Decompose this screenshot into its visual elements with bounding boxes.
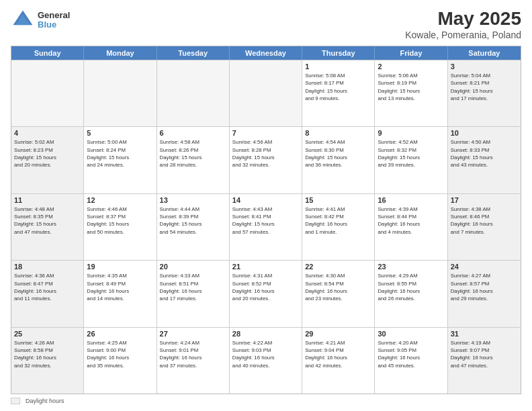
calendar-row-4: 18Sunrise: 4:36 AM Sunset: 8:47 PM Dayli… [11,260,521,326]
header-day-wednesday: Wednesday [230,46,302,60]
page: General Blue May 2025 Kowale, Pomerania,… [0,0,532,411]
header-day-saturday: Saturday [448,46,521,60]
day-number: 31 [451,330,518,338]
day-number: 24 [451,263,518,271]
day-number: 5 [87,129,153,137]
day-number: 26 [87,330,153,338]
day-cell-31: 31Sunrise: 4:19 AM Sunset: 9:07 PM Dayli… [448,328,521,394]
day-cell-11: 11Sunrise: 4:48 AM Sunset: 8:35 PM Dayli… [11,194,84,260]
header-day-monday: Monday [84,46,157,60]
legend-label: Daylight hours [26,398,64,404]
day-cell-21: 21Sunrise: 4:31 AM Sunset: 8:52 PM Dayli… [230,261,302,326]
day-cell-22: 22Sunrise: 4:30 AM Sunset: 8:54 PM Dayli… [302,261,375,326]
day-cell-6: 6Sunrise: 4:58 AM Sunset: 8:26 PM Daylig… [157,127,230,193]
main-title: May 2025 [405,8,521,30]
day-info: Sunrise: 4:20 AM Sunset: 9:05 PM Dayligh… [378,339,444,369]
day-info: Sunrise: 4:39 AM Sunset: 8:44 PM Dayligh… [378,205,444,236]
day-info: Sunrise: 4:52 AM Sunset: 8:32 PM Dayligh… [378,138,444,169]
day-number: 17 [451,196,518,204]
day-info: Sunrise: 4:22 AM Sunset: 9:03 PM Dayligh… [232,339,299,369]
day-info: Sunrise: 4:38 AM Sunset: 8:46 PM Dayligh… [451,205,518,236]
day-cell-9: 9Sunrise: 4:52 AM Sunset: 8:32 PM Daylig… [375,127,447,193]
day-info: Sunrise: 4:25 AM Sunset: 9:00 PM Dayligh… [87,339,153,369]
legend: Daylight hours [11,398,521,404]
day-number: 9 [378,129,444,137]
day-number: 20 [160,263,226,271]
day-cell-25: 25Sunrise: 4:26 AM Sunset: 8:58 PM Dayli… [11,328,84,394]
day-info: Sunrise: 4:41 AM Sunset: 8:42 PM Dayligh… [305,205,371,236]
day-number: 11 [14,196,81,204]
day-cell-28: 28Sunrise: 4:22 AM Sunset: 9:03 PM Dayli… [230,328,302,394]
calendar-header: SundayMondayTuesdayWednesdayThursdayFrid… [11,46,521,60]
header-day-tuesday: Tuesday [157,46,230,60]
day-number: 12 [87,196,153,204]
day-cell-7: 7Sunrise: 4:56 AM Sunset: 8:28 PM Daylig… [230,127,302,193]
calendar-row-3: 11Sunrise: 4:48 AM Sunset: 8:35 PM Dayli… [11,193,521,260]
header-day-sunday: Sunday [11,46,84,60]
day-number: 1 [305,62,371,71]
day-info: Sunrise: 4:21 AM Sunset: 9:04 PM Dayligh… [305,339,371,369]
day-info: Sunrise: 4:56 AM Sunset: 8:28 PM Dayligh… [232,138,299,169]
day-cell-1: 1Sunrise: 5:08 AM Sunset: 8:17 PM Daylig… [302,60,375,126]
day-number: 29 [305,330,371,338]
day-info: Sunrise: 4:35 AM Sunset: 8:49 PM Dayligh… [87,272,153,302]
day-number: 23 [378,263,444,271]
day-info: Sunrise: 4:48 AM Sunset: 8:35 PM Dayligh… [14,205,81,236]
logo-line2: Blue [38,20,70,30]
day-cell-8: 8Sunrise: 4:54 AM Sunset: 8:30 PM Daylig… [302,127,375,193]
day-cell-26: 26Sunrise: 4:25 AM Sunset: 9:00 PM Dayli… [84,328,157,394]
day-number: 30 [378,330,444,338]
day-cell-2: 2Sunrise: 5:06 AM Sunset: 8:19 PM Daylig… [375,60,447,126]
logo-line1: General [38,11,70,20]
day-cell-20: 20Sunrise: 4:33 AM Sunset: 8:51 PM Dayli… [157,261,230,326]
day-info: Sunrise: 5:02 AM Sunset: 8:23 PM Dayligh… [14,138,81,169]
day-cell-29: 29Sunrise: 4:21 AM Sunset: 9:04 PM Dayli… [302,328,375,394]
day-number: 25 [14,330,81,338]
day-number: 2 [378,62,444,71]
day-info: Sunrise: 4:27 AM Sunset: 8:57 PM Dayligh… [451,272,518,302]
day-info: Sunrise: 4:54 AM Sunset: 8:30 PM Dayligh… [305,138,371,169]
logo-text: General Blue [38,11,70,30]
day-number: 15 [305,196,371,204]
day-cell-15: 15Sunrise: 4:41 AM Sunset: 8:42 PM Dayli… [302,194,375,260]
legend-box [11,398,20,404]
day-cell-14: 14Sunrise: 4:43 AM Sunset: 8:41 PM Dayli… [230,194,302,260]
day-info: Sunrise: 4:24 AM Sunset: 9:01 PM Dayligh… [160,339,226,369]
empty-cell [84,60,157,126]
logo-icon [11,8,35,32]
day-number: 21 [232,263,299,271]
day-cell-3: 3Sunrise: 5:04 AM Sunset: 8:21 PM Daylig… [448,60,521,126]
day-number: 8 [305,129,371,137]
day-number: 13 [160,196,226,204]
day-number: 3 [451,62,518,71]
calendar-body: 1Sunrise: 5:08 AM Sunset: 8:17 PM Daylig… [11,60,521,394]
empty-cell [11,60,84,126]
day-number: 4 [14,129,81,137]
day-number: 18 [14,263,81,271]
day-number: 7 [232,129,299,137]
empty-cell [230,60,302,126]
day-cell-30: 30Sunrise: 4:20 AM Sunset: 9:05 PM Dayli… [375,328,447,394]
day-cell-19: 19Sunrise: 4:35 AM Sunset: 8:49 PM Dayli… [84,261,157,326]
day-cell-24: 24Sunrise: 4:27 AM Sunset: 8:57 PM Dayli… [448,261,521,326]
day-cell-18: 18Sunrise: 4:36 AM Sunset: 8:47 PM Dayli… [11,261,84,326]
day-info: Sunrise: 5:00 AM Sunset: 8:24 PM Dayligh… [87,138,153,169]
day-info: Sunrise: 4:26 AM Sunset: 8:58 PM Dayligh… [14,339,81,369]
subtitle: Kowale, Pomerania, Poland [405,30,521,40]
day-info: Sunrise: 5:06 AM Sunset: 8:19 PM Dayligh… [378,72,444,102]
day-info: Sunrise: 4:43 AM Sunset: 8:41 PM Dayligh… [232,205,299,236]
day-number: 6 [160,129,226,137]
logo: General Blue [11,8,70,32]
day-cell-16: 16Sunrise: 4:39 AM Sunset: 8:44 PM Dayli… [375,194,447,260]
day-info: Sunrise: 5:08 AM Sunset: 8:17 PM Dayligh… [305,72,371,102]
day-info: Sunrise: 4:50 AM Sunset: 8:33 PM Dayligh… [451,138,518,169]
day-cell-5: 5Sunrise: 5:00 AM Sunset: 8:24 PM Daylig… [84,127,157,193]
title-block: May 2025 Kowale, Pomerania, Poland [405,8,521,40]
day-info: Sunrise: 4:36 AM Sunset: 8:47 PM Dayligh… [14,272,81,302]
day-info: Sunrise: 4:19 AM Sunset: 9:07 PM Dayligh… [451,339,518,369]
day-info: Sunrise: 4:46 AM Sunset: 8:37 PM Dayligh… [87,205,153,236]
day-cell-27: 27Sunrise: 4:24 AM Sunset: 9:01 PM Dayli… [157,328,230,394]
calendar-row-2: 4Sunrise: 5:02 AM Sunset: 8:23 PM Daylig… [11,126,521,193]
calendar-row-1: 1Sunrise: 5:08 AM Sunset: 8:17 PM Daylig… [11,60,521,126]
header-day-friday: Friday [375,46,447,60]
